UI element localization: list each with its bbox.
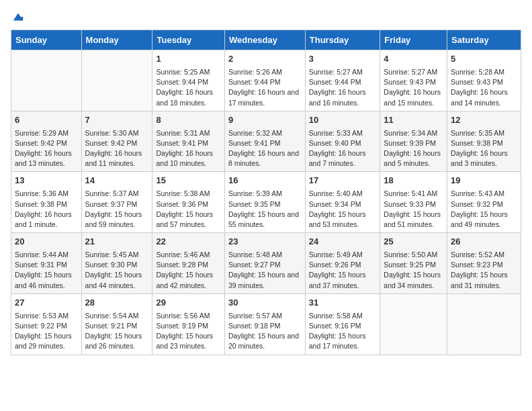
day-number: 24 [309,236,377,248]
calendar-cell: 28Sunrise: 5:54 AMSunset: 9:21 PMDayligh… [81,293,152,355]
day-number: 7 [85,114,149,127]
day-info: Sunrise: 5:30 AMSunset: 9:42 PMDaylight:… [85,128,149,169]
day-info: Sunrise: 5:53 AMSunset: 9:22 PMDaylight:… [15,311,78,352]
day-info: Sunrise: 5:34 AMSunset: 9:39 PMDaylight:… [384,128,443,169]
calendar-cell: 24Sunrise: 5:49 AMSunset: 9:26 PMDayligh… [305,233,380,294]
day-info: Sunrise: 5:31 AMSunset: 9:41 PMDaylight:… [156,128,221,169]
day-info: Sunrise: 5:32 AMSunset: 9:41 PMDaylight:… [228,128,302,169]
calendar-cell: 25Sunrise: 5:50 AMSunset: 9:25 PMDayligh… [380,233,447,294]
calendar-week-row: 27Sunrise: 5:53 AMSunset: 9:22 PMDayligh… [11,293,521,355]
day-number: 18 [384,175,443,187]
col-header-tuesday: Tuesday [152,30,225,50]
day-number: 16 [228,175,302,187]
day-number: 15 [156,175,221,187]
calendar-header-row: SundayMondayTuesdayWednesdayThursdayFrid… [11,30,521,50]
calendar-week-row: 6Sunrise: 5:29 AMSunset: 9:42 PMDaylight… [11,111,521,172]
day-number: 4 [384,53,443,66]
day-info: Sunrise: 5:49 AMSunset: 9:26 PMDaylight:… [309,250,377,291]
day-number: 11 [384,114,443,127]
day-number: 26 [451,236,517,248]
day-info: Sunrise: 5:40 AMSunset: 9:34 PMDaylight:… [309,189,377,230]
day-info: Sunrise: 5:37 AMSunset: 9:37 PMDaylight:… [85,189,149,230]
calendar-cell: 16Sunrise: 5:39 AMSunset: 9:35 PMDayligh… [224,172,305,233]
day-info: Sunrise: 5:35 AMSunset: 9:38 PMDaylight:… [451,128,517,169]
day-number: 2 [228,53,302,66]
day-info: Sunrise: 5:41 AMSunset: 9:33 PMDaylight:… [384,189,443,230]
day-info: Sunrise: 5:36 AMSunset: 9:38 PMDaylight:… [15,189,78,230]
day-number: 25 [384,236,443,248]
day-info: Sunrise: 5:25 AMSunset: 9:44 PMDaylight:… [156,67,221,108]
day-number: 3 [309,53,377,66]
day-info: Sunrise: 5:58 AMSunset: 9:16 PMDaylight:… [309,311,377,352]
svg-marker-1 [18,17,23,20]
day-number: 27 [15,297,78,310]
day-info: Sunrise: 5:52 AMSunset: 9:23 PMDaylight:… [451,250,517,291]
calendar-cell: 18Sunrise: 5:41 AMSunset: 9:33 PMDayligh… [380,172,447,233]
calendar-cell: 2Sunrise: 5:26 AMSunset: 9:44 PMDaylight… [224,50,305,111]
day-number: 1 [156,53,221,66]
calendar-table: SundayMondayTuesdayWednesdayThursdayFrid… [11,30,521,355]
calendar-cell: 27Sunrise: 5:53 AMSunset: 9:22 PMDayligh… [11,293,82,355]
day-info: Sunrise: 5:26 AMSunset: 9:44 PMDaylight:… [228,67,302,108]
calendar-cell: 19Sunrise: 5:43 AMSunset: 9:32 PMDayligh… [447,172,521,233]
calendar-cell: 7Sunrise: 5:30 AMSunset: 9:42 PMDaylight… [81,111,152,172]
calendar-cell [81,50,152,111]
calendar-cell: 5Sunrise: 5:28 AMSunset: 9:43 PMDaylight… [447,50,521,111]
calendar-cell: 12Sunrise: 5:35 AMSunset: 9:38 PMDayligh… [447,111,521,172]
day-info: Sunrise: 5:29 AMSunset: 9:42 PMDaylight:… [15,128,78,169]
day-number: 17 [309,175,377,187]
day-number: 6 [15,114,78,127]
col-header-wednesday: Wednesday [224,30,305,50]
day-number: 30 [228,297,302,310]
day-info: Sunrise: 5:54 AMSunset: 9:21 PMDaylight:… [85,311,149,352]
calendar-cell: 3Sunrise: 5:27 AMSunset: 9:44 PMDaylight… [305,50,380,111]
calendar-cell: 10Sunrise: 5:33 AMSunset: 9:40 PMDayligh… [305,111,380,172]
day-number: 20 [15,236,78,248]
calendar-cell: 20Sunrise: 5:44 AMSunset: 9:31 PMDayligh… [11,233,82,294]
logo [11,11,24,23]
page-header [11,11,521,23]
calendar-cell: 8Sunrise: 5:31 AMSunset: 9:41 PMDaylight… [152,111,225,172]
day-info: Sunrise: 5:50 AMSunset: 9:25 PMDaylight:… [384,250,443,291]
calendar-week-row: 20Sunrise: 5:44 AMSunset: 9:31 PMDayligh… [11,233,521,294]
day-number: 13 [15,175,78,187]
calendar-cell: 22Sunrise: 5:46 AMSunset: 9:28 PMDayligh… [152,233,225,294]
day-number: 8 [156,114,221,127]
calendar-cell: 21Sunrise: 5:45 AMSunset: 9:30 PMDayligh… [81,233,152,294]
day-info: Sunrise: 5:57 AMSunset: 9:18 PMDaylight:… [228,311,302,352]
day-number: 22 [156,236,221,248]
calendar-cell [11,50,82,111]
day-info: Sunrise: 5:44 AMSunset: 9:31 PMDaylight:… [15,250,78,291]
day-info: Sunrise: 5:28 AMSunset: 9:43 PMDaylight:… [451,67,517,108]
calendar-cell: 23Sunrise: 5:48 AMSunset: 9:27 PMDayligh… [224,233,305,294]
day-number: 10 [309,114,377,127]
calendar-cell: 15Sunrise: 5:38 AMSunset: 9:36 PMDayligh… [152,172,225,233]
calendar-cell: 30Sunrise: 5:57 AMSunset: 9:18 PMDayligh… [224,293,305,355]
calendar-cell: 26Sunrise: 5:52 AMSunset: 9:23 PMDayligh… [447,233,521,294]
day-info: Sunrise: 5:38 AMSunset: 9:36 PMDaylight:… [156,189,221,230]
calendar-cell: 14Sunrise: 5:37 AMSunset: 9:37 PMDayligh… [81,172,152,233]
calendar-cell: 9Sunrise: 5:32 AMSunset: 9:41 PMDaylight… [224,111,305,172]
col-header-friday: Friday [380,30,447,50]
day-number: 12 [451,114,517,127]
calendar-cell: 4Sunrise: 5:27 AMSunset: 9:43 PMDaylight… [380,50,447,111]
day-number: 19 [451,175,517,187]
calendar-cell: 13Sunrise: 5:36 AMSunset: 9:38 PMDayligh… [11,172,82,233]
calendar-cell: 1Sunrise: 5:25 AMSunset: 9:44 PMDaylight… [152,50,225,111]
calendar-cell: 17Sunrise: 5:40 AMSunset: 9:34 PMDayligh… [305,172,380,233]
day-number: 9 [228,114,302,127]
day-number: 21 [85,236,149,248]
day-info: Sunrise: 5:33 AMSunset: 9:40 PMDaylight:… [309,128,377,169]
calendar-cell: 6Sunrise: 5:29 AMSunset: 9:42 PMDaylight… [11,111,82,172]
logo-icon [12,11,24,23]
calendar-cell: 31Sunrise: 5:58 AMSunset: 9:16 PMDayligh… [305,293,380,355]
calendar-cell: 29Sunrise: 5:56 AMSunset: 9:19 PMDayligh… [152,293,225,355]
col-header-sunday: Sunday [11,30,82,50]
day-number: 23 [228,236,302,248]
calendar-week-row: 1Sunrise: 5:25 AMSunset: 9:44 PMDaylight… [11,50,521,111]
calendar-cell [447,293,521,355]
day-info: Sunrise: 5:46 AMSunset: 9:28 PMDaylight:… [156,250,221,291]
day-info: Sunrise: 5:43 AMSunset: 9:32 PMDaylight:… [451,189,517,230]
calendar-cell: 11Sunrise: 5:34 AMSunset: 9:39 PMDayligh… [380,111,447,172]
day-info: Sunrise: 5:56 AMSunset: 9:19 PMDaylight:… [156,311,221,352]
